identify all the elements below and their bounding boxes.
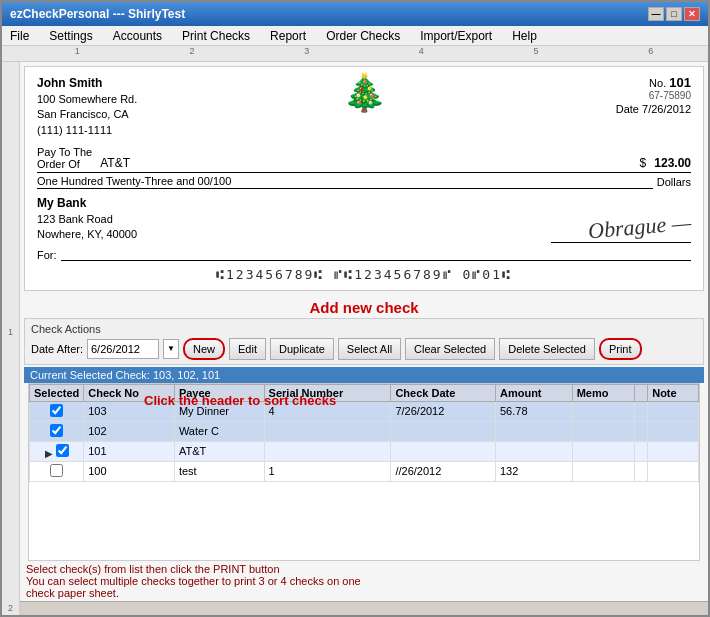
signature-area: Obrague — bbox=[551, 195, 691, 243]
ruler-left: 1 2 bbox=[2, 62, 20, 615]
row-memo bbox=[572, 401, 634, 421]
ruler-mark-4: 4 bbox=[364, 46, 479, 61]
ruler-mark-1: 1 bbox=[20, 46, 135, 61]
current-selected-bar: Current Selected Check: 103, 102, 101 bbox=[24, 367, 704, 383]
edit-button[interactable]: Edit bbox=[229, 338, 266, 360]
main-window: ezCheckPersonal --- ShirlyTest — □ ✕ Fil… bbox=[0, 0, 710, 617]
row-amount: 132 bbox=[495, 461, 572, 481]
check-date-label: Date bbox=[616, 103, 639, 115]
row-checkbox[interactable] bbox=[30, 461, 84, 481]
menubar: File Settings Accounts Print Checks Repo… bbox=[2, 26, 708, 46]
menu-print-checks[interactable]: Print Checks bbox=[178, 28, 254, 44]
menu-order-checks[interactable]: Order Checks bbox=[322, 28, 404, 44]
check-date-area: Date 7/26/2012 bbox=[616, 103, 691, 115]
amount-line: One Hundred Twenty-Three and 00/100 Doll… bbox=[37, 175, 691, 189]
row-check-no: 102 bbox=[84, 421, 175, 441]
check-name-address: John Smith 100 Somewhere Rd. San Francis… bbox=[37, 75, 137, 138]
print-button[interactable]: Print bbox=[599, 338, 642, 360]
for-label: For: bbox=[37, 249, 57, 261]
duplicate-button[interactable]: Duplicate bbox=[270, 338, 334, 360]
maximize-button[interactable]: □ bbox=[666, 7, 682, 21]
col-selected[interactable]: Selected bbox=[30, 384, 84, 401]
menu-file[interactable]: File bbox=[6, 28, 33, 44]
amount-words: One Hundred Twenty-Three and 00/100 bbox=[37, 175, 653, 189]
row-check-no: 100 bbox=[84, 461, 175, 481]
menu-report[interactable]: Report bbox=[266, 28, 310, 44]
row-serial bbox=[264, 421, 391, 441]
window-controls: — □ ✕ bbox=[648, 7, 700, 21]
row-note bbox=[648, 421, 699, 441]
ruler-left-2: 2 bbox=[2, 339, 19, 616]
col-note[interactable]: Note bbox=[648, 384, 699, 401]
date-after-input[interactable] bbox=[87, 339, 159, 359]
menu-help[interactable]: Help bbox=[508, 28, 541, 44]
check-preview: 🎄 John Smith 100 Somewhere Rd. San Franc… bbox=[24, 66, 704, 291]
col-check-no[interactable]: Check No bbox=[84, 384, 175, 401]
bank-address1: 123 Bank Road bbox=[37, 212, 137, 227]
check-name: John Smith bbox=[37, 75, 137, 92]
micr-line: ⑆123456789⑆ ⑈⑆123456789⑈ 0⑈01⑆ bbox=[37, 267, 691, 282]
row-date: 7/26/2012 bbox=[391, 401, 496, 421]
check-actions-panel: Check Actions Date After: ▼ New Edit Dup… bbox=[24, 318, 704, 365]
content-area: 🎄 John Smith 100 Somewhere Rd. San Franc… bbox=[20, 62, 708, 615]
signature-image: Obrague — bbox=[587, 209, 692, 244]
bank-name: My Bank bbox=[37, 195, 137, 212]
row-serial: 1 bbox=[264, 461, 391, 481]
minimize-button[interactable]: — bbox=[648, 7, 664, 21]
check-table-container[interactable]: Selected Check No Payee Serial Number Ch… bbox=[28, 383, 700, 561]
row-date bbox=[391, 441, 496, 461]
menu-settings[interactable]: Settings bbox=[45, 28, 96, 44]
row-note bbox=[648, 401, 699, 421]
row-payee: My Dinner bbox=[174, 401, 264, 421]
col-serial[interactable]: Serial Number bbox=[264, 384, 391, 401]
date-dropdown-button[interactable]: ▼ bbox=[163, 339, 179, 359]
row-extra bbox=[634, 441, 648, 461]
col-extra[interactable] bbox=[634, 384, 648, 401]
new-button[interactable]: New bbox=[183, 338, 225, 360]
signature-line bbox=[551, 242, 691, 243]
dollars-label: Dollars bbox=[657, 176, 691, 188]
row-amount: 56.78 bbox=[495, 401, 572, 421]
menu-accounts[interactable]: Accounts bbox=[109, 28, 166, 44]
row-extra bbox=[634, 401, 648, 421]
row-checkbox[interactable]: ▶ bbox=[30, 441, 84, 461]
ruler-top: 1 2 3 4 5 6 bbox=[2, 46, 708, 62]
xmas-tree-icon: 🎄 bbox=[342, 75, 387, 111]
pay-dollar-sign: $ bbox=[640, 156, 647, 170]
row-checkbox[interactable] bbox=[30, 401, 84, 421]
bank-info: My Bank 123 Bank Road Nowhere, KY, 40000 bbox=[37, 195, 137, 243]
ruler-mark-6: 6 bbox=[593, 46, 708, 61]
table-row[interactable]: ▶ 101 AT&T bbox=[30, 441, 699, 461]
print-instruction-line1: Select check(s) from list then click the… bbox=[26, 563, 702, 575]
col-date[interactable]: Check Date bbox=[391, 384, 496, 401]
row-memo bbox=[572, 441, 634, 461]
table-row[interactable]: 102 Water C bbox=[30, 421, 699, 441]
col-amount[interactable]: Amount bbox=[495, 384, 572, 401]
row-arrow-icon: ▶ bbox=[45, 448, 53, 459]
titlebar: ezCheckPersonal --- ShirlyTest — □ ✕ bbox=[2, 2, 708, 26]
ruler-mark-5: 5 bbox=[479, 46, 594, 61]
menu-import-export[interactable]: Import/Export bbox=[416, 28, 496, 44]
row-extra bbox=[634, 461, 648, 481]
clear-selected-button[interactable]: Clear Selected bbox=[405, 338, 495, 360]
col-memo[interactable]: Memo bbox=[572, 384, 634, 401]
horizontal-scrollbar[interactable] bbox=[20, 601, 708, 615]
delete-selected-button[interactable]: Delete Selected bbox=[499, 338, 595, 360]
add-new-check-annotation: Add new check bbox=[20, 299, 708, 316]
row-payee: Water C bbox=[174, 421, 264, 441]
table-row[interactable]: 100 test 1 //26/2012 132 bbox=[30, 461, 699, 481]
close-button[interactable]: ✕ bbox=[684, 7, 700, 21]
col-payee[interactable]: Payee bbox=[174, 384, 264, 401]
check-table: Selected Check No Payee Serial Number Ch… bbox=[29, 384, 699, 482]
row-note bbox=[648, 441, 699, 461]
select-all-button[interactable]: Select All bbox=[338, 338, 401, 360]
row-extra bbox=[634, 421, 648, 441]
row-amount bbox=[495, 441, 572, 461]
row-checkbox[interactable] bbox=[30, 421, 84, 441]
date-after-label: Date After: bbox=[31, 343, 83, 355]
for-underline bbox=[61, 247, 691, 261]
check-routing: 67-75890 bbox=[616, 90, 691, 101]
row-check-no: 101 bbox=[84, 441, 175, 461]
pay-payee: AT&T bbox=[96, 156, 639, 170]
table-row[interactable]: 103 My Dinner 4 7/26/2012 56.78 bbox=[30, 401, 699, 421]
